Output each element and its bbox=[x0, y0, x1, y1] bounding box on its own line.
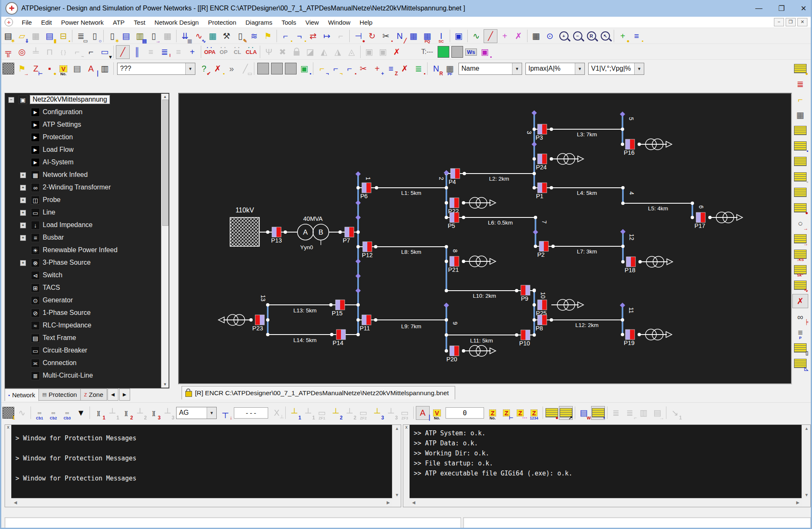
rb-sk-icon[interactable]: Sk" bbox=[793, 263, 808, 276]
chevron-down-icon[interactable]: ▼ bbox=[512, 63, 522, 74]
probe-p18[interactable]: P18 bbox=[625, 257, 635, 273]
tree-item-busbar[interactable]: +≡Busbar bbox=[5, 231, 169, 244]
cut-route-icon[interactable]: ✂ bbox=[357, 62, 370, 75]
scroll-down-icon[interactable]: ▼ bbox=[161, 381, 169, 388]
zf1-icon[interactable]: ▭ZF1 bbox=[315, 406, 328, 419]
ground-fault-3-off-icon[interactable]: ┴3 bbox=[384, 406, 397, 419]
load-symbol[interactable] bbox=[640, 256, 673, 267]
line-tilde-icon[interactable]: ⌐~ bbox=[71, 46, 84, 59]
data-grid-icon[interactable]: ▦ bbox=[407, 30, 420, 43]
draw-dashed-icon[interactable]: + bbox=[498, 30, 511, 43]
bars-red-line-icon[interactable]: ● bbox=[545, 406, 558, 419]
send-to-back-icon[interactable]: ▣ bbox=[377, 46, 389, 59]
open-network-icon[interactable]: ▱⇓ bbox=[15, 30, 28, 43]
layer-1-icon[interactable] bbox=[256, 62, 269, 75]
switch-3-icon[interactable]: ][3 bbox=[147, 406, 160, 419]
zoom-reset-icon[interactable]: ↖ bbox=[599, 30, 612, 43]
tree-item-multi-circuit-line[interactable]: ≣Multi-Circuit-Line bbox=[5, 369, 169, 382]
paste-page-icon[interactable]: ▥▤ bbox=[133, 30, 146, 43]
breaker-cb1-icon[interactable]: ▫▫Cb1 bbox=[33, 406, 46, 419]
line-L1[interactable]: L1: 5km bbox=[358, 188, 446, 196]
probe-p21[interactable]: P21 bbox=[448, 256, 459, 273]
line-L12[interactable]: L12: 2km bbox=[534, 320, 622, 328]
z-1234-icon[interactable]: Z1234 bbox=[528, 406, 540, 419]
close-button[interactable]: ✕ bbox=[801, 4, 807, 13]
equal-gray2-icon[interactable]: ≡ bbox=[172, 46, 185, 59]
console-close-strip[interactable]: x bbox=[5, 425, 12, 507]
probe-p15[interactable]: P15 bbox=[332, 300, 345, 317]
crosshair-icon[interactable]: + bbox=[186, 46, 199, 59]
delete-item-icon[interactable]: ✗▪ bbox=[211, 62, 224, 75]
mdi-controls[interactable]: −❐✕ bbox=[774, 18, 807, 26]
load-symbol[interactable] bbox=[464, 197, 496, 208]
busbar-4[interactable]: 4 bbox=[623, 188, 635, 203]
eraser-icon[interactable]: ◪ bbox=[304, 46, 317, 59]
tree-item-atp-settings[interactable]: ▶ATP Settings bbox=[5, 118, 169, 131]
rb-busbar-frame-icon[interactable]: ≣ bbox=[793, 77, 808, 91]
copy-drawing-icon[interactable]: ▤▮ bbox=[43, 30, 56, 43]
doc-disabled-icon[interactable]: ▤→ bbox=[651, 406, 664, 419]
route-corner-3-icon[interactable]: ⌐▪ bbox=[343, 62, 356, 75]
rb-bus-p-icon[interactable]: ≡P bbox=[793, 326, 808, 339]
chart-disabled-icon[interactable]: ↘1 bbox=[669, 406, 681, 419]
mdi-control-1[interactable]: ❐ bbox=[786, 18, 796, 26]
probe-p11[interactable]: P11 bbox=[360, 315, 371, 332]
line-L6[interactable]: L6: 0.5km bbox=[446, 217, 535, 226]
expand-icon[interactable]: + bbox=[20, 235, 26, 241]
maximize-button[interactable]: ❐ bbox=[779, 4, 785, 13]
tab-protection[interactable]: ▤Protection bbox=[38, 388, 81, 401]
zoom-out-icon[interactable]: − bbox=[571, 30, 584, 43]
ground-fault-2-off-icon[interactable]: ┴2 bbox=[343, 406, 356, 419]
fill-pattern-icon[interactable] bbox=[2, 62, 15, 75]
chevron-down-icon[interactable]: ▼ bbox=[575, 63, 584, 74]
cl-mode-icon[interactable]: CL▪ ▪ bbox=[231, 46, 244, 59]
load-symbol[interactable] bbox=[639, 329, 672, 340]
layer-3-icon[interactable] bbox=[284, 62, 297, 75]
voltage-number-icon[interactable]: VNo. bbox=[57, 62, 70, 75]
label-display-mode-combo[interactable]: Name▼ bbox=[459, 63, 522, 75]
clipboard-disabled-icon[interactable]: ▥ bbox=[637, 406, 650, 419]
color-layers-icon[interactable]: ▣▪ bbox=[298, 62, 311, 75]
cross-route-icon[interactable]: ++ bbox=[371, 62, 384, 75]
comment-flag-icon[interactable]: ⚑ bbox=[261, 30, 274, 43]
delete-selected-icon[interactable]: ✗ bbox=[390, 46, 403, 59]
chevron-down-icon[interactable]: ▼ bbox=[185, 63, 195, 74]
list-colored-icon[interactable]: ≣▪ bbox=[412, 62, 425, 75]
sort-z-icon[interactable]: ≡Z bbox=[384, 62, 397, 75]
breaker-cb3-icon[interactable]: ▫▫Cb3 bbox=[61, 406, 74, 419]
tree-item-2-winding-transformer[interactable]: +∞2-Winding Transformer bbox=[5, 181, 169, 194]
plot-window-icon[interactable]: ▦ bbox=[206, 30, 219, 43]
tools-icon[interactable]: ⚒ bbox=[220, 30, 233, 43]
switch-2-off-icon[interactable]: ┴2 bbox=[133, 406, 146, 419]
line-L9[interactable]: L9: 7km bbox=[358, 320, 446, 330]
op-mode-icon[interactable]: OP▪ ▪ bbox=[217, 46, 230, 59]
mirror-vertical-icon[interactable]: ◭ bbox=[318, 46, 330, 59]
fault-value-input[interactable]: --- bbox=[234, 407, 268, 419]
list-disabled-2-icon[interactable]: ≣⌐ bbox=[623, 406, 636, 419]
ground-fault-1-icon[interactable]: ┴1 bbox=[288, 406, 301, 419]
pf-monitor-icon[interactable]: ▦PF bbox=[443, 62, 456, 75]
junction-disabled-icon[interactable]: ⌐ bbox=[334, 30, 347, 43]
menu-view[interactable]: View bbox=[301, 18, 323, 27]
tree-item-connection[interactable]: ≍Connection bbox=[5, 357, 169, 369]
busbar-ticks-icon[interactable]: ≣╵ bbox=[158, 46, 171, 59]
breaker-cb2-icon[interactable]: ▫▫Cb2 bbox=[47, 406, 60, 419]
print-icon[interactable]: ≣▭ bbox=[74, 30, 87, 43]
tree-item-1-phase-source[interactable]: ⊘1-Phase Source bbox=[5, 307, 169, 319]
more-chevrons-icon[interactable]: » bbox=[225, 62, 238, 75]
menu-help[interactable]: Help bbox=[355, 18, 377, 27]
console-text-area[interactable]: > Window for Protection Messages> Window… bbox=[11, 425, 392, 498]
rotate-shape-icon[interactable]: ◮ bbox=[331, 46, 344, 59]
help-check-icon[interactable]: ?✔ bbox=[197, 62, 210, 75]
swap-direction-icon[interactable]: ⇄ bbox=[307, 30, 320, 43]
tree-item-load-impedance[interactable]: +↓Load Impedance bbox=[5, 219, 169, 231]
voltage-display-mode-combo[interactable]: V1|V,°;Vpg|%▼ bbox=[588, 63, 644, 75]
check-network-icon[interactable]: N╱ bbox=[393, 30, 406, 43]
rb-list-run-icon[interactable]: ● bbox=[793, 62, 808, 75]
rb-corner-icon[interactable]: ⌐ bbox=[793, 93, 808, 106]
probe-p5[interactable]: P5 bbox=[448, 212, 459, 229]
minimize-button[interactable]: — bbox=[756, 4, 763, 13]
waveform-disabled-icon[interactable]: ∿ bbox=[15, 406, 28, 419]
menu-network-design[interactable]: Network Design bbox=[150, 18, 203, 27]
ground-fault-3-icon[interactable]: ┴3 bbox=[371, 406, 384, 419]
